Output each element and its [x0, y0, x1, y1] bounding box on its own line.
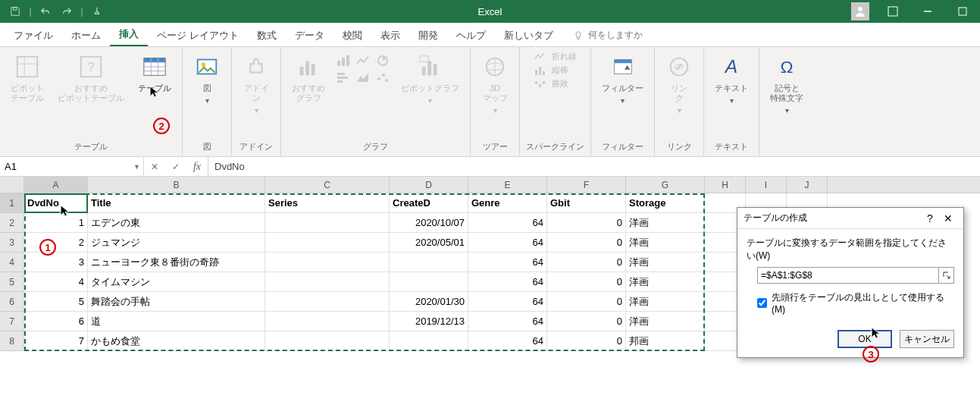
cell[interactable]: 2020/01/30: [390, 292, 468, 312]
cell[interactable]: Series: [265, 193, 390, 213]
col-header-I[interactable]: I: [746, 177, 787, 193]
cancel-formula-icon[interactable]: ✕: [144, 162, 165, 172]
tab-view[interactable]: 表示: [371, 24, 409, 46]
cell[interactable]: 道: [88, 312, 265, 331]
sparkline-line-button[interactable]: 折れ線: [531, 50, 580, 64]
redo-icon[interactable]: [58, 2, 76, 20]
formula-bar[interactable]: DvdNo: [208, 157, 980, 176]
tab-insert[interactable]: 挿入: [110, 23, 148, 46]
cell[interactable]: [265, 233, 390, 253]
cell[interactable]: 7: [24, 331, 88, 351]
cancel-button[interactable]: キャンセル: [900, 330, 954, 348]
tell-me-search[interactable]: 何をしますか: [573, 29, 643, 46]
tab-pagelayout[interactable]: ページ レイアウト: [148, 24, 248, 46]
cell[interactable]: [265, 292, 390, 312]
pivot-table-button[interactable]: ピボット テーブル: [6, 50, 49, 106]
cell[interactable]: 洋画: [626, 233, 705, 253]
row-header[interactable]: 5: [0, 272, 24, 292]
cell[interactable]: [390, 272, 468, 292]
cell[interactable]: 64: [468, 331, 547, 351]
row-header[interactable]: 3: [0, 233, 24, 253]
cell[interactable]: 64: [468, 213, 547, 233]
cell[interactable]: 1: [24, 213, 88, 233]
maximize-button[interactable]: [945, 0, 980, 23]
cell[interactable]: DvdNo: [24, 193, 88, 213]
col-header-H[interactable]: H: [705, 177, 746, 193]
cell[interactable]: [265, 253, 390, 272]
ok-button[interactable]: OK: [838, 330, 892, 348]
cell[interactable]: 洋画: [626, 253, 705, 272]
chart-bar-button[interactable]: [334, 53, 352, 68]
cell[interactable]: Storage: [626, 193, 705, 213]
col-header-E[interactable]: E: [468, 177, 547, 193]
cell[interactable]: タイムマシン: [88, 272, 265, 292]
col-header-F[interactable]: F: [547, 177, 626, 193]
ribbon-options-icon[interactable]: [875, 0, 910, 23]
row-header[interactable]: 6: [0, 292, 24, 312]
link-button[interactable]: リン ク▾: [661, 50, 697, 118]
cell[interactable]: 64: [468, 312, 547, 331]
cell[interactable]: 2019/12/13: [390, 312, 468, 331]
tab-custom[interactable]: 新しいタブ: [495, 24, 562, 46]
header-row-checkbox[interactable]: [757, 298, 767, 308]
illustrations-button[interactable]: 図▾: [189, 50, 225, 108]
cell[interactable]: 64: [468, 272, 547, 292]
sparkline-column-button[interactable]: 縦棒: [531, 64, 571, 77]
close-button[interactable]: ✕: [939, 212, 957, 224]
recommended-chart-button[interactable]: おすすめ グラフ: [287, 50, 330, 106]
tab-file[interactable]: ファイル: [5, 24, 62, 46]
user-avatar-icon[interactable]: [851, 2, 869, 20]
cell[interactable]: 2020/10/07: [390, 213, 468, 233]
cell[interactable]: [265, 272, 390, 292]
cell[interactable]: 0: [547, 331, 626, 351]
undo-icon[interactable]: [36, 2, 55, 20]
cell[interactable]: 邦画: [626, 331, 705, 351]
cell[interactable]: [265, 312, 390, 331]
range-input[interactable]: [757, 267, 939, 284]
touch-mode-icon[interactable]: [88, 2, 106, 20]
cell[interactable]: Genre: [468, 193, 547, 213]
cell[interactable]: エデンの東: [88, 213, 265, 233]
row-header[interactable]: 4: [0, 253, 24, 272]
cell[interactable]: Title: [88, 193, 265, 213]
cell[interactable]: 64: [468, 253, 547, 272]
text-button[interactable]: Aテキスト▾: [710, 50, 753, 108]
cell[interactable]: 洋画: [626, 292, 705, 312]
header-row-checkbox-label[interactable]: 先頭行をテーブルの見出しとして使用する(M): [757, 291, 954, 315]
chart-pie-button[interactable]: [374, 53, 392, 68]
table-button[interactable]: テーブル: [133, 50, 176, 96]
col-header-A[interactable]: A: [24, 177, 88, 193]
cell[interactable]: 2: [24, 233, 88, 253]
chart-scatter-button[interactable]: [374, 70, 392, 85]
cell[interactable]: 5: [24, 292, 88, 312]
cell[interactable]: 0: [547, 312, 626, 331]
cell[interactable]: 洋画: [626, 272, 705, 292]
cell[interactable]: かもめ食堂: [88, 331, 265, 351]
cell[interactable]: CreateD: [390, 193, 468, 213]
cell[interactable]: [265, 213, 390, 233]
pivot-chart-button[interactable]: ピボットグラフ▾: [396, 50, 464, 108]
cell[interactable]: [265, 331, 390, 351]
range-selector-icon[interactable]: [939, 267, 954, 284]
cell[interactable]: 0: [547, 233, 626, 253]
col-header-C[interactable]: C: [265, 177, 390, 193]
cell[interactable]: ニューヨーク東８番街の奇跡: [88, 253, 265, 272]
chart-area-button[interactable]: [354, 70, 372, 85]
col-header-J[interactable]: J: [787, 177, 828, 193]
3d-map-button[interactable]: 3D マップ▾: [477, 50, 513, 118]
tab-formulas[interactable]: 数式: [248, 24, 286, 46]
tab-developer[interactable]: 開発: [409, 24, 447, 46]
row-header[interactable]: 8: [0, 331, 24, 351]
enter-formula-icon[interactable]: ✓: [165, 162, 186, 172]
cell[interactable]: 0: [547, 213, 626, 233]
save-icon[interactable]: [6, 2, 24, 20]
cell[interactable]: 3: [24, 253, 88, 272]
select-all-corner[interactable]: [0, 177, 24, 193]
cell[interactable]: 0: [547, 292, 626, 312]
recommended-pivot-button[interactable]: ?おすすめ ピボットテーブル: [53, 50, 129, 106]
tab-data[interactable]: データ: [286, 24, 333, 46]
cell[interactable]: 0: [547, 253, 626, 272]
help-button[interactable]: ?: [921, 212, 939, 224]
tab-home[interactable]: ホーム: [62, 24, 110, 46]
name-box[interactable]: A1▼: [0, 157, 144, 176]
